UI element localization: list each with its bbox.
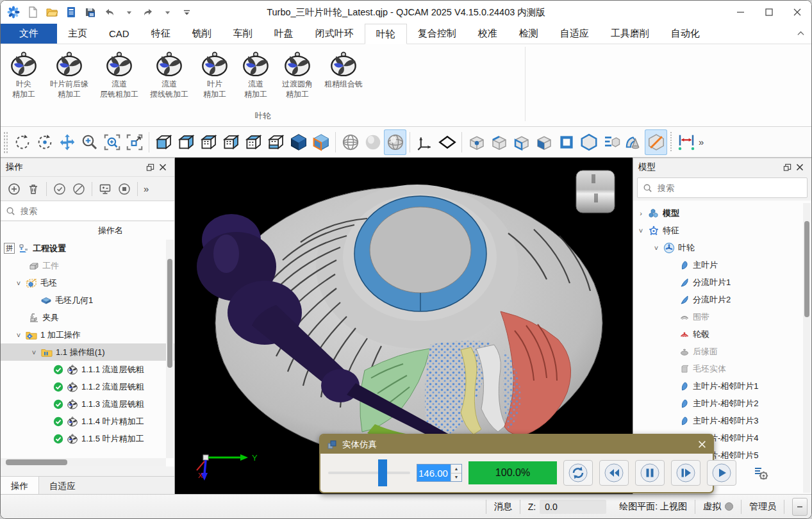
tree-item-trailing-edge[interactable]: 后缘面 [633, 343, 811, 360]
tree-item-hub[interactable]: 轮毂 [633, 325, 811, 343]
tree-item-workpiece[interactable]: 工件 [1, 257, 174, 274]
tab-calibration[interactable]: 校准 [467, 24, 508, 44]
redo-dropdown-icon[interactable] [161, 6, 174, 19]
panel-tab-adaptive[interactable]: 自适应 [39, 477, 86, 495]
tree-item-main-blade[interactable]: 主叶片 [633, 256, 811, 274]
column-header-operation-name[interactable]: 操作名 [1, 222, 174, 240]
expander-icon[interactable]: ˅ [637, 227, 645, 235]
ribbon-button-channel-finishing[interactable]: 流道 精加工 [235, 47, 276, 99]
tree-item-stock-geometry[interactable]: 毛坯几何1 [1, 292, 174, 309]
model-vertical-scrollbar[interactable] [803, 203, 811, 493]
rewind-button[interactable] [599, 460, 629, 486]
pin-badge[interactable]: 拼 [4, 243, 15, 254]
expander-icon[interactable]: ˅ [30, 349, 38, 356]
spin-down-icon[interactable]: ▼ [451, 474, 461, 482]
tree-item-operation-1[interactable]: 1.1.1 流道层铣粗 [1, 361, 174, 378]
close-button[interactable] [783, 1, 811, 24]
tree-item-fixture[interactable]: 夹具 [1, 309, 174, 326]
delete-operation-icon[interactable] [25, 181, 42, 197]
toolbar-overflow-icon[interactable]: » [699, 136, 704, 147]
status-panel-toggle-icon[interactable] [792, 498, 808, 516]
save-icon[interactable] [84, 6, 97, 19]
replay-button[interactable] [563, 460, 593, 486]
simulate-operation-icon[interactable] [97, 181, 113, 197]
zoom-icon[interactable] [78, 129, 101, 155]
coordinate-system-icon[interactable] [413, 129, 436, 155]
simulation-speed-slider[interactable] [328, 458, 410, 488]
customize-toolbar-icon[interactable] [180, 6, 193, 19]
tab-cad[interactable]: CAD [98, 24, 140, 44]
tab-inspection[interactable]: 检测 [508, 24, 549, 44]
tree-item-features[interactable]: ˅ 特征 [633, 222, 811, 239]
tree-item-stock-solid[interactable]: 毛坯实体 [633, 360, 811, 377]
tree-item-operation-2[interactable]: 1.1.2 流道层铣粗 [1, 378, 174, 395]
status-user[interactable]: 管理员 [749, 501, 776, 513]
zoom-fit-icon[interactable] [123, 129, 145, 155]
ribbon-button-tip-finishing[interactable]: 叶尖 精加工 [3, 47, 44, 99]
view-bottom-icon[interactable] [265, 129, 287, 155]
float-panel-icon[interactable] [781, 161, 793, 174]
expander-icon[interactable]: ˅ [15, 279, 22, 287]
spin-up-icon[interactable]: ▲ [451, 465, 461, 474]
document-icon[interactable] [65, 6, 78, 19]
tab-automation[interactable]: 自动化 [660, 24, 711, 44]
add-operation-icon[interactable] [6, 181, 22, 197]
expander-icon[interactable]: ˅ [15, 331, 22, 339]
minimize-button[interactable] [727, 1, 755, 24]
status-virtual[interactable]: 虚拟 [703, 501, 733, 513]
view-isometric-icon[interactable] [287, 129, 310, 155]
select-shell-icon[interactable] [555, 129, 577, 155]
measure-icon[interactable] [675, 129, 697, 155]
feature-lines-icon[interactable] [600, 129, 622, 155]
tab-tool-grinding[interactable]: 工具磨削 [600, 24, 660, 44]
tree-item-operation-5[interactable]: 1.1.5 叶片精加工 [1, 430, 174, 447]
work-plane-icon[interactable] [436, 129, 458, 155]
tab-impeller[interactable]: 叶轮 [365, 24, 407, 44]
operations-toolbar-overflow-icon[interactable]: » [144, 183, 149, 194]
section-view-icon[interactable] [645, 129, 667, 155]
new-file-icon[interactable] [26, 6, 39, 19]
ribbon-button-edge-finishing[interactable]: 叶片前后缘 精加工 [44, 47, 94, 99]
stop-operation-icon[interactable] [116, 181, 133, 197]
status-messages[interactable]: 消息 [494, 501, 512, 513]
view-front-icon[interactable] [153, 129, 175, 155]
display-shaded-edges-icon[interactable] [384, 129, 406, 155]
view-back-icon[interactable] [175, 129, 197, 155]
tree-item-shroud[interactable]: 围带 [633, 308, 811, 325]
tree-item-adjacent-blade-3[interactable]: 主叶片-相邻叶片3 [633, 412, 811, 429]
ribbon-button-fillet-finishing[interactable]: 过渡圆角 精加工 [276, 47, 319, 99]
rotate-view-icon[interactable] [11, 129, 33, 155]
tab-adaptive[interactable]: 自适应 [549, 24, 600, 44]
float-panel-icon[interactable] [144, 161, 156, 174]
close-panel-icon[interactable] [793, 161, 806, 174]
tree-item-impeller[interactable]: ˅ 叶轮 [633, 239, 811, 256]
operations-horizontal-scrollbar[interactable] [1, 458, 166, 466]
expander-icon[interactable]: › [637, 210, 645, 217]
activate-operation-icon[interactable] [51, 181, 68, 197]
ribbon-button-channel-trochoidal[interactable]: 流道 摆线铣加工 [144, 47, 194, 99]
undo-icon[interactable] [103, 6, 116, 19]
tab-closed-ring[interactable]: 闭式叶环 [304, 24, 365, 44]
tree-item-operation-group[interactable]: ˅ 1.1 操作组(1) [1, 343, 174, 361]
pan-icon[interactable] [56, 129, 78, 155]
redo-icon[interactable] [142, 6, 154, 19]
simulation-settings-button[interactable] [749, 462, 772, 484]
tree-item-adjacent-blade-2[interactable]: 主叶片-相邻叶片2 [633, 395, 811, 412]
display-shaded-icon[interactable] [361, 129, 384, 155]
tree-item-adjacent-blade-1[interactable]: 主叶片-相邻叶片1 [633, 377, 811, 395]
close-panel-icon[interactable] [156, 161, 169, 174]
pause-button[interactable] [635, 460, 665, 486]
app-logo-icon[interactable] [7, 6, 20, 19]
select-body-icon[interactable] [577, 129, 600, 155]
operations-search-input[interactable] [19, 206, 169, 217]
status-drawing-plane[interactable]: 绘图平面: 上视图 [619, 501, 687, 513]
ribbon-button-blade-finishing[interactable]: 叶片 精加工 [194, 47, 235, 99]
tab-home[interactable]: 主页 [57, 24, 98, 44]
deactivate-operation-icon[interactable] [70, 181, 87, 197]
zoom-window-icon[interactable] [101, 129, 123, 155]
undo-dropdown-icon[interactable] [122, 6, 135, 19]
operations-vertical-scrollbar[interactable] [166, 240, 174, 458]
select-face-icon[interactable] [510, 129, 533, 155]
tree-item-operation-4[interactable]: 1.1.4 叶片精加工 [1, 413, 174, 430]
ribbon-button-channel-layer-roughing[interactable]: 流道 层铣粗加工 [94, 47, 144, 99]
